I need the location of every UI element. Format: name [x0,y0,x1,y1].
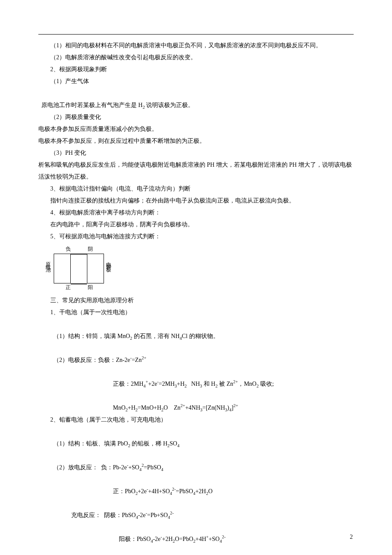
text: O=PbO [175,536,193,542]
text: 原电池工作时若某极上有气泡产生是 H [41,102,143,108]
text: SO [170,440,177,447]
para: 2、铅蓄电池（属于二次电池，可充电电池） [38,414,354,426]
para: 3、根据电流计指针偏向（电流、电子流动方向）判断 [38,183,354,195]
para: （2）两极质量变化 [38,111,354,123]
text: +2e [138,488,147,494]
text: =Zn [132,357,141,363]
text: -2e [153,536,161,542]
wire [71,283,87,284]
para: MnO2+H2=MnO+H2O Zn2++4NH3=[Zn(NH3)4]2+ [38,390,354,414]
para: 5、可根据原电池与电解池连接方式判断： [38,231,354,243]
text: 充电反应： 阴极：PbSO [71,512,136,518]
para: 4、根据电解质溶液中离子移动方向判断： [38,207,354,219]
para: （2）电解质溶液的酸碱性改变会引起电极反应的改变。 [38,52,354,64]
top-rule [38,34,354,35]
text: ，MnO [238,381,257,387]
text: +2e [148,381,157,387]
para: 电极本身不参加反应，则在反应过程中质量不断增加的为正极。 [38,135,354,147]
para: 电极本身参加反应而质量逐渐减小的为负极。 [38,123,354,135]
text: =Pb+SO [147,512,167,518]
para: 1、干电池（属于一次性电池） [38,306,354,318]
text: MnO [113,405,126,411]
text: 的铅板，稀 H [130,440,167,447]
para: （2）电极反应：负极：Zn-2e-=Zn2+ [38,342,354,366]
para: 阳极：PbSO4-2e-+2H2O=PbO2+4H++SO42- [38,521,354,545]
electrolytic-cell-box [87,254,104,283]
para: 正极：2MH4++2e-=2MH3+H2 NH3 和 H2 被 Zn2+，MnO… [38,366,354,390]
text: +H [128,405,135,411]
text: 吸收; [259,381,274,387]
para: （1）产生气体 [38,75,354,87]
para: 原电池工作时若某极上有气泡产生是 H2 说明该极为正极。 [38,87,354,111]
para: 2、根据两极现象判断 [38,64,354,75]
document-body: （1）相同的电极材料在不同的电解质溶液中电极正负不同，又电解质溶液的浓度不同则电… [38,40,354,555]
label-negative: 负 [66,246,71,252]
para: 指针向连接正极的接线柱方向偏移；在外由路中电子从负极流向正极，电流从正极流向负极… [38,195,354,207]
text: +SO [209,536,220,542]
text: +2H [162,536,173,542]
text: （2）放电反应： 负：Pb-2e [53,464,127,471]
text: =PbSO [176,488,193,494]
text: -2e [138,512,146,518]
label-electrolytic: 电解极 [106,258,112,266]
text: +4H+SO [148,488,170,494]
text: +H [177,381,184,387]
text: NH [187,381,200,387]
label-cathode: 阴 [88,246,93,252]
label-primary-cell: 原电池 [45,258,51,266]
text: O [208,488,213,494]
text: =[Zn(NH [202,405,225,411]
text: 正：PbO [113,488,135,494]
label-positive: 正 [66,284,71,290]
text: +SO [128,464,139,471]
text: +4H [196,536,206,542]
text: +2H [195,488,206,494]
text: Cl 的糊状物。 [182,333,219,339]
text: +4NH [185,405,200,411]
para: 析氢和吸氧的电极反应发生后，均能使该电极附近电解质溶液的 PH 增大，若某电极附… [38,159,354,183]
para: （3）PH 变化 [38,147,354,159]
text: =2MH [159,381,174,387]
text: 和 H [202,381,215,387]
page-number: 2 [350,531,353,543]
text: （1）结构：锌筒，填满 MnO [53,333,130,339]
text: 正极：2MH [113,381,144,387]
cell-diagram: 负 阴 正 阳 原电池 电解极 [49,245,121,292]
para: （1）结构：铅板、填满 PbO2 的铅板，稀 H2SO4 [38,426,354,450]
text: 阳极：PbSO [119,536,151,542]
text: （2）电极反应：负极：Zn-2e [53,357,130,363]
para: （1）相同的电极材料在不同的电解质溶液中电极正负不同，又电解质溶液的浓度不同则电… [38,40,354,52]
para: （2）放电反应： 负：Pb-2e-+SO42=PbSO4 [38,450,354,474]
para: 充电反应： 阴极：PbSO4-2e-=Pb+SO42- [38,497,354,521]
para: 总反应：Pb+PbO2+2H2SO4 2PbSO4+2H2O [38,545,354,555]
para: 正：PbO2+2e-+4H+SO42-=PbSO4+2H2O [38,474,354,497]
primary-cell-box [54,254,71,283]
text: 说明该极为正极。 [145,102,194,108]
text: =MnO+H [138,405,161,411]
text: 被 Zn [218,381,233,387]
heading: 三、常见的实用原电池原理分析 [38,295,354,306]
wire [71,254,87,254]
text: （1）结构：铅板、填满 PbO [53,440,128,447]
label-anode: 阳 [88,284,93,290]
text: O Zn [164,405,181,411]
text: =PbSO [144,464,161,471]
para: 在内电路中，阳离子向正极移动，阴离子向负极移动。 [38,219,354,231]
text: 的石黑，溶有 NH [132,333,179,339]
para: （1）结构：锌筒，填满 MnO2 的石黑，溶有 NH4Cl 的糊状物。 [38,318,354,342]
